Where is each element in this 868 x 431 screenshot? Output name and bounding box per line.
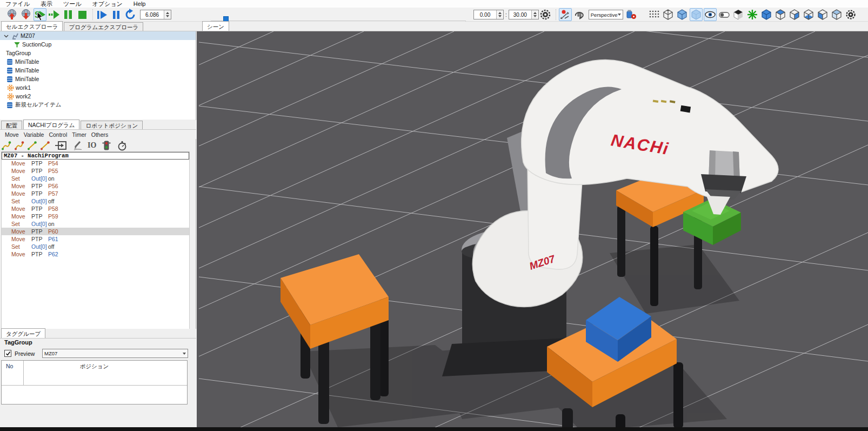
edit-pencil-button[interactable] [72,140,83,151]
view-cube-left-icon [817,9,829,21]
program-title: MZ07 - NachiProgram [2,152,189,160]
step-forward-button[interactable] [48,8,61,21]
program-row[interactable]: SetOut[0]on [2,220,189,228]
speed-spinner[interactable]: 6.086 [140,10,171,19]
angle-separator: : [505,12,507,18]
reset-simulation-button[interactable] [124,8,137,21]
download-cell-button[interactable] [19,8,32,21]
menu-tools[interactable]: ツール [58,0,87,8]
program-row-selected[interactable]: MovePTPP60 [2,228,189,235]
projection-select[interactable]: Perspective [589,10,623,19]
gear-ring-icon [845,9,857,21]
menu-file[interactable]: ファイル [0,0,35,8]
preview-robot-select[interactable]: MZ07 [42,349,188,358]
rotate-view-button[interactable] [573,8,586,21]
wireframe-cube-button[interactable] [662,8,675,21]
angle-min-spinner[interactable]: 0.00 [473,10,504,19]
position-table[interactable]: No ポジション [1,360,188,405]
tree-item-suctioncup[interactable]: SuctionCup [0,40,196,49]
program-row[interactable]: MovePTPP57 [2,190,189,197]
program-row[interactable]: MovePTPP54 [2,160,189,167]
shadow-cube-button[interactable] [732,8,745,21]
program-command-menu: Move Variable Control Timer Others [0,130,196,139]
tree-item-work1[interactable]: work1 [0,83,196,92]
wireframe-cube-icon [662,9,674,21]
tree-item-new-cell-item[interactable]: 新規セルアイテム [0,101,196,109]
program-row[interactable]: MovePTPP58 [2,205,189,213]
add-move-path-red-button[interactable] [14,140,25,151]
tree-item-mz07[interactable]: MZ07 [0,31,196,40]
view-cube-right-button[interactable] [788,8,801,21]
tab-nachi-program[interactable]: NACHIプログラム [23,120,79,129]
view-settings-gear-button[interactable] [844,8,857,21]
menu-help[interactable]: Help [128,0,151,8]
menu-control[interactable]: Control [49,131,67,138]
program-row[interactable]: SetOut[0]on [2,175,189,182]
program-row[interactable]: MovePTPP56 [2,182,189,190]
solid-cube-icon [690,9,702,21]
add-move-path-green-button[interactable] [1,140,12,151]
angle-max-spinner[interactable]: 30.00 [509,10,539,19]
visibility-eye-button[interactable] [704,8,717,21]
tab-robot-position[interactable]: ロボットポジション [81,121,143,129]
stop-simulation-button[interactable] [76,8,89,21]
tab-placement[interactable]: 配置 [1,121,22,129]
tree-item-minitable-1[interactable]: MiniTable [0,57,196,66]
toggle-switch-button[interactable] [718,8,731,21]
tree-item-minitable-3[interactable]: MiniTable [0,75,196,83]
reset-icon [124,9,136,21]
pause-simulation-button[interactable] [62,8,75,21]
view-cube-bottom-icon [803,9,814,21]
menu-timer[interactable]: Timer [72,131,86,138]
program-row[interactable]: SetOut[0]off [2,243,189,250]
column-position: ポジション [2,363,187,370]
view-cube-front-button[interactable] [760,8,773,21]
add-move-line-green-button[interactable] [27,140,38,151]
view-cube-left-button[interactable] [816,8,829,21]
view-gear-button[interactable] [539,8,552,21]
scene-viewport[interactable]: NACHi MZ07 [197,31,868,431]
menu-others[interactable]: Others [91,131,109,138]
upload-cell-button[interactable] [5,8,18,21]
view-cube-back-button[interactable] [830,8,843,21]
program-row[interactable]: MovePTPP61 [2,235,189,243]
tree-item-work2[interactable]: work2 [0,92,196,101]
view-cube-top-button[interactable] [774,8,787,21]
cell-tree: MZ07 SuctionCup TagGroup MiniTable MiniT… [0,31,196,120]
program-row[interactable]: MovePTPP59 [2,213,189,220]
menu-move[interactable]: Move [5,131,19,138]
menu-variable[interactable]: Variable [24,131,44,138]
point-cloud-button[interactable] [647,8,660,21]
menu-view[interactable]: 表示 [35,0,58,8]
play-program-button[interactable] [96,8,109,21]
pause-program-button[interactable] [110,8,123,21]
reset-view-star-button[interactable] [746,8,759,21]
tree-item-taggroup[interactable]: TagGroup [0,49,196,57]
tab-cell-explorer[interactable]: セルエクスプローラ [1,21,63,31]
tree-item-label: MiniTable [15,76,39,82]
solid-cube-button[interactable] [690,8,703,21]
scene-canvas[interactable]: NACHi MZ07 [197,31,868,431]
timer-stopwatch-button[interactable] [117,140,128,151]
program-row[interactable]: MovePTPP55 [2,167,189,175]
preview-checkbox[interactable] [4,350,11,357]
tree-item-minitable-2[interactable]: MiniTable [0,66,196,75]
tab-program-explorer[interactable]: プログラムエクスプローラ [64,22,143,31]
shaded-wireframe-cube-button[interactable] [676,8,689,21]
io-button[interactable]: IO [88,141,96,150]
program-row[interactable]: MovePTPP62 [2,250,189,258]
toggle-icon [718,9,730,21]
tab-taggroup[interactable]: タググループ [1,328,45,338]
chevron-down-icon[interactable] [2,34,10,38]
insert-into-program-button[interactable] [55,140,67,151]
tab-scene[interactable]: シーン [202,21,229,31]
snapshot-button[interactable] [625,8,638,21]
tree-item-label: SuctionCup [22,41,51,48]
jog-robot-button[interactable] [559,8,572,21]
left-panel: セルエクスプローラ プログラムエクスプローラ MZ07 SuctionCup T… [0,22,196,431]
program-row[interactable]: SetOut[0]off [2,197,189,205]
add-move-line-red-button[interactable] [40,140,51,151]
view-cube-bottom-button[interactable] [802,8,815,21]
menu-options[interactable]: オプション [87,0,128,8]
traffic-light-button[interactable] [102,140,111,151]
